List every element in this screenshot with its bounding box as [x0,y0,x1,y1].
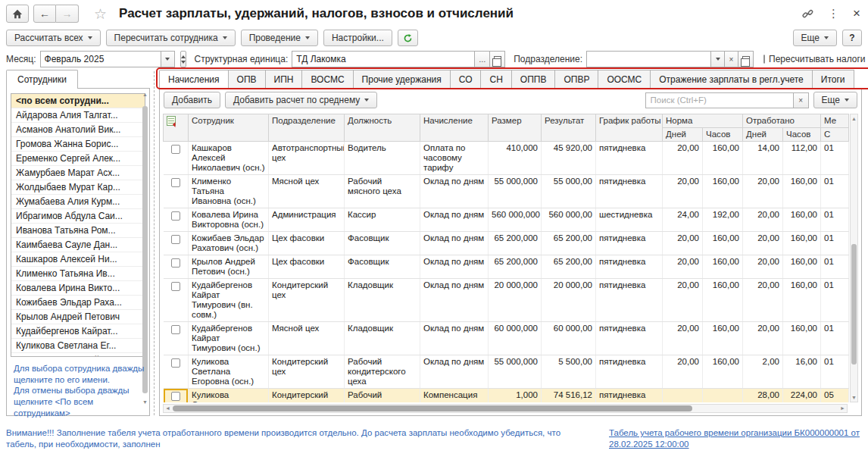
cell-employee[interactable]: Клименко Татьяна Ивановна (осн.) [189,175,269,208]
timesheet-link[interactable]: Табель учета рабочего времени организаци… [609,427,860,450]
cell-worked-days[interactable]: 20,00 [743,175,783,208]
cell-norm-hours[interactable] [703,389,743,403]
cell-department[interactable]: Цех фасовки [269,255,345,279]
cell-schedule[interactable]: пятидневка [596,255,663,279]
cell-worked-hours[interactable]: 160,00 [783,279,821,322]
cell-size[interactable]: 410,000 [489,142,542,175]
tab-1[interactable]: Начисления [159,70,229,89]
cell-worked-days[interactable]: 14,00 [743,142,783,175]
cell-position[interactable]: Фасовщик [345,255,420,279]
add-average-button[interactable]: Добавить расчет по среднему [225,92,377,108]
settings-button[interactable]: Настройки... [323,30,392,46]
cell-size[interactable]: 65 200,000 [489,232,542,255]
cell-norm-hours[interactable]: 192,00 [703,208,743,232]
cell-worked-days[interactable]: 28,00 [743,389,783,403]
month-input[interactable] [40,51,161,67]
cell-result[interactable]: 74 516,12 [542,389,596,403]
tab-6[interactable]: СО [451,70,482,89]
scrollbar-thumb[interactable] [173,405,692,411]
cell-employee[interactable]: Кожибаев Эльдар Рахатович (осн.) [189,232,269,255]
table-row[interactable]: Куликова Светлана Егоровна (осн.)Кондите… [164,355,849,389]
col-worked-days[interactable]: Дней [743,128,783,142]
cell-norm-days[interactable]: 20,00 [663,322,703,355]
row-checkbox[interactable] [171,392,180,401]
unit-open-button[interactable] [490,51,505,67]
cell-select[interactable] [164,355,189,389]
cell-position[interactable]: Кладовщик [345,322,420,355]
cell-position[interactable]: Кассир [345,208,420,232]
cell-department[interactable]: Мясной цех [269,322,345,355]
table-row[interactable]: Кашкаров Алексей Николаевич (осн.)Автотр… [164,142,849,175]
cell-worked-hours[interactable]: 160,00 [783,232,821,255]
employee-list-item[interactable]: Ибрагимов Абдула Саи... [11,209,145,224]
cell-result[interactable]: 65 200,00 [542,232,596,255]
cell-employee[interactable]: Кашкаров Алексей Николаевич (осн.) [189,142,269,175]
cell-result[interactable]: 5 500,00 [542,355,596,389]
cell-schedule[interactable]: пятидневка [596,389,663,403]
cell-month[interactable]: 05 [821,389,849,403]
tab-9[interactable]: ОПВР [555,70,598,89]
tab-5[interactable]: Прочие удержания [354,70,451,89]
table-horizontal-scrollbar[interactable]: ◄ ► [163,404,848,413]
col-worked-hours[interactable]: Часов [783,128,821,142]
cell-position[interactable]: Водитель [345,142,420,175]
col-norm[interactable]: Норма [663,114,743,128]
cell-month[interactable]: 01 [821,142,849,175]
search-clear-button[interactable]: × [794,92,809,108]
cell-worked-hours[interactable]: 112,00 [783,142,821,175]
cell-worked-hours[interactable]: 160,00 [783,175,821,208]
table-row[interactable]: Куликова Светлана Егоровна (осн.)Кондите… [164,389,849,403]
row-checkbox[interactable] [171,145,180,154]
cell-size[interactable]: 55 000,000 [489,355,542,389]
cell-position[interactable]: Рабочий кондитерского цеха [345,355,420,389]
cell-size[interactable]: 60 000,000 [489,322,542,355]
employee-list-item[interactable]: <по всем сотрудни... [11,94,145,108]
cell-select[interactable] [164,255,189,279]
table-row[interactable]: Ковалева Ирина Викторовна (осн.)Админист… [164,208,849,232]
cell-select[interactable] [164,232,189,255]
cell-worked-hours[interactable]: 224,00 [783,389,821,403]
close-icon[interactable]: × [853,6,860,21]
month-dropdown-button[interactable] [161,51,175,67]
row-checkbox[interactable] [171,325,180,334]
cell-norm-days[interactable]: 20,00 [663,175,703,208]
cell-size[interactable]: 55 000,000 [489,175,542,208]
employee-list-item[interactable]: Куприянов Василий Се... [11,353,145,357]
cell-worked-hours[interactable]: 160,00 [783,255,821,279]
more-menu-icon[interactable]: ⋮ [828,7,839,20]
cell-employee[interactable]: Куликова Светлана Егоровна (осн.) [189,355,269,389]
row-checkbox[interactable] [171,211,180,221]
add-button[interactable]: Добавить [164,92,220,108]
cell-accrual[interactable]: Оклад по дням [420,175,489,208]
header-icon-cell[interactable] [164,114,189,142]
tab-4[interactable]: ВОСМС [302,70,353,89]
cell-accrual[interactable]: Оклад по дням [420,355,489,389]
employee-list-item[interactable]: Куликова Светлана Ег... [11,339,145,353]
cell-norm-hours[interactable]: 160,00 [703,255,743,279]
cell-department[interactable]: Автотранспортный цех [269,142,345,175]
cell-norm-hours[interactable]: 160,00 [703,322,743,355]
cell-employee[interactable]: Крылов Андрей Петович (осн.) [189,255,269,279]
cell-select[interactable] [164,279,189,322]
unit-choose-button[interactable]: ... [475,51,490,67]
cell-worked-days[interactable]: 20,00 [743,322,783,355]
department-input[interactable] [586,51,711,67]
table-row[interactable]: Кожибаев Эльдар Рахатович (осн.)Цех фасо… [164,232,849,255]
employee-list-item[interactable]: Каимбаева Сауле Дан... [11,238,145,252]
col-schedule[interactable]: График работы [596,114,663,142]
cell-month[interactable]: 01 [821,255,849,279]
employee-list-item[interactable]: Асманов Анатолий Вик... [11,123,145,137]
home-button[interactable] [6,5,29,23]
cell-norm-hours[interactable]: 160,00 [703,355,743,389]
row-checkbox[interactable] [171,235,180,244]
form-more-button[interactable]: Еще [793,30,837,46]
tab-8[interactable]: ОППВ [512,70,556,89]
grid-more-button[interactable]: Еще [813,92,857,108]
cell-norm-hours[interactable]: 160,00 [703,175,743,208]
cell-result[interactable]: 45 920,00 [542,142,596,175]
cell-select[interactable] [164,322,189,355]
forward-button[interactable]: → [56,5,79,23]
cell-worked-days[interactable]: 20,00 [743,208,783,232]
cell-accrual[interactable]: Оклад по дням [420,322,489,355]
row-checkbox[interactable] [171,178,180,187]
